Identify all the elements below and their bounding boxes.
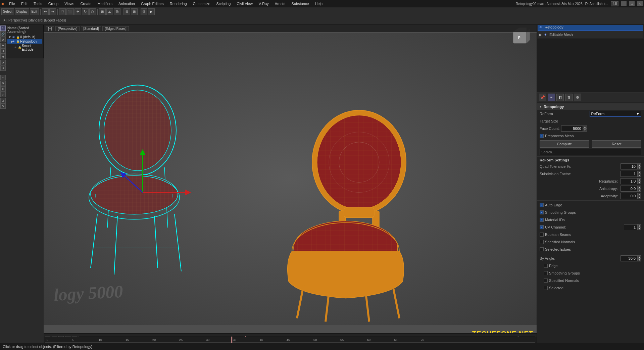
smoothing-groups-2-checkbox[interactable] xyxy=(544,271,548,275)
edit-button[interactable]: Edit xyxy=(30,8,39,15)
render-setup-button[interactable]: ⚙ xyxy=(141,8,147,15)
hierarchy-button[interactable]: H xyxy=(0,48,6,54)
select-tool-button[interactable]: ↖ xyxy=(0,26,6,31)
menu-vray[interactable]: V-Ray xyxy=(256,1,271,6)
face-count-input[interactable] xyxy=(561,126,583,132)
select-button[interactable]: Select xyxy=(1,8,14,15)
subdiv-down[interactable]: ▼ xyxy=(637,174,641,177)
workspace-dropdown[interactable]: full xyxy=(611,1,618,6)
tree-item-smart-extrude[interactable]: 👁 🔒 Smart Extrude xyxy=(7,44,42,52)
by-angle-input[interactable] xyxy=(621,255,637,261)
3d-viewport[interactable]: logy 5000 xyxy=(44,25,537,333)
retopology-section-header[interactable]: ▼ Retopology xyxy=(537,103,644,110)
adaptivity-up[interactable]: ▲ xyxy=(637,193,641,196)
menu-substance[interactable]: Substance xyxy=(289,1,312,6)
menu-group[interactable]: Group xyxy=(46,1,61,6)
minimize-button[interactable]: — xyxy=(621,1,627,6)
reset-button[interactable]: Reset xyxy=(592,140,642,148)
align-button[interactable]: ⊞ xyxy=(131,8,138,15)
face-count-down-button[interactable]: ▼ xyxy=(583,129,587,132)
menu-edit[interactable]: Edit xyxy=(18,1,30,6)
viewport-tag-standard[interactable]: [Standard] xyxy=(81,26,101,31)
tree-lock-retopology[interactable]: 🔒 xyxy=(16,40,19,43)
quad-tol-down[interactable]: ▼ xyxy=(637,166,641,169)
uv-channel-input[interactable] xyxy=(624,224,637,230)
rotate-button[interactable]: ↻ xyxy=(82,8,89,15)
menu-arnold[interactable]: Arnold xyxy=(272,1,288,6)
display-panel-button2[interactable]: ◻ xyxy=(0,98,6,103)
adaptivity-input[interactable] xyxy=(621,193,637,199)
quad-tol-input[interactable] xyxy=(621,163,637,169)
menu-help[interactable]: Help xyxy=(312,1,326,6)
smoothing-groups-checkbox[interactable]: ✓ xyxy=(540,210,544,214)
mod-eye-retopology[interactable]: 👁 xyxy=(539,26,543,29)
menu-civil-view[interactable]: Civil View xyxy=(234,1,255,6)
regularize-down[interactable]: ▼ xyxy=(637,181,641,184)
by-angle-up[interactable]: ▲ xyxy=(637,255,641,258)
angle-snap-button[interactable]: ∠ xyxy=(106,8,113,15)
select-region-button[interactable]: ⬛ xyxy=(66,8,74,15)
anisotropy-up[interactable]: ▲ xyxy=(637,186,641,189)
move-button[interactable]: ✛ xyxy=(75,8,81,15)
mirror-button[interactable]: ⊟ xyxy=(123,8,130,15)
modify-panel-button[interactable]: ⚙ xyxy=(0,81,6,86)
quad-tol-up[interactable]: ▲ xyxy=(637,163,641,166)
percent-snap-button[interactable]: % xyxy=(114,8,120,15)
show-end-result-button[interactable]: ≡ xyxy=(548,94,555,101)
boolean-seams-checkbox[interactable] xyxy=(540,233,544,237)
scale-button[interactable]: ⬡ xyxy=(89,8,96,15)
close-button[interactable]: ✕ xyxy=(637,1,643,6)
retopology-search-input[interactable] xyxy=(540,149,641,155)
anisotropy-input[interactable] xyxy=(621,186,637,192)
redo-button[interactable]: ↪ xyxy=(49,8,56,15)
by-angle-down[interactable]: ▼ xyxy=(637,258,641,261)
regularize-input[interactable] xyxy=(621,178,637,184)
create-panel-button[interactable]: + xyxy=(0,75,6,80)
display-button[interactable]: Display xyxy=(15,8,29,15)
tree-vis-smart[interactable]: 👁 xyxy=(14,46,17,49)
menu-graph-editors[interactable]: Graph Editors xyxy=(138,1,166,6)
regularize-up[interactable]: ▲ xyxy=(637,178,641,181)
menu-rendering[interactable]: Rendering xyxy=(167,1,190,6)
tree-lock-0[interactable]: 🔒 xyxy=(16,36,19,39)
selected-edges-checkbox[interactable] xyxy=(540,247,544,251)
uv-channel-checkbox[interactable]: ✓ xyxy=(540,225,544,229)
mod-eye-mesh[interactable]: 👁 xyxy=(544,33,548,37)
display-panel-button[interactable]: D xyxy=(0,60,6,65)
subdiv-input[interactable] xyxy=(621,171,637,177)
tree-vis-retopology[interactable]: 👁 xyxy=(12,40,15,43)
menu-views[interactable]: Views xyxy=(62,1,77,6)
auto-edge-checkbox[interactable]: ✓ xyxy=(540,203,544,207)
menu-animation[interactable]: Animation xyxy=(116,1,138,6)
utilities-button[interactable]: U xyxy=(0,65,6,71)
viewport-tag-edged-faces[interactable]: [Edged Faces] xyxy=(102,26,129,31)
undo-button[interactable]: ↩ xyxy=(42,8,49,15)
motion-panel-button[interactable]: ▷ xyxy=(0,92,6,97)
tree-lock-smart[interactable]: 🔒 xyxy=(18,46,21,49)
anisotropy-down[interactable]: ▼ xyxy=(637,189,641,192)
menu-customize[interactable]: Customize xyxy=(190,1,213,6)
pin-modifier-button[interactable]: 📌 xyxy=(539,94,546,101)
compute-button[interactable]: Compute xyxy=(540,140,589,148)
face-count-up-button[interactable]: ▲ xyxy=(583,126,587,129)
reform-dropdown[interactable]: ReForm ▼ xyxy=(590,111,642,117)
tree-item-0-default[interactable]: ▼ 👁 🔒 0 (default) xyxy=(7,35,42,39)
preprocess-checkbox[interactable]: ✓ xyxy=(540,134,544,138)
utility-panel-button[interactable]: ⊙ xyxy=(0,103,6,109)
link-tool-button[interactable]: 🔗 xyxy=(0,31,6,37)
hierarchy-panel-button[interactable]: ≡ xyxy=(0,86,6,92)
make-unique-button[interactable]: ◧ xyxy=(556,94,564,101)
tree-item-retopology[interactable]: ▶ 👁 🔒 Retopology xyxy=(7,39,42,44)
adaptivity-down[interactable]: ▼ xyxy=(637,196,641,199)
tree-vis-0[interactable]: 👁 xyxy=(12,36,15,39)
viewport-tag-perspective[interactable]: [Perspective] xyxy=(55,26,80,31)
bind-tool-button[interactable]: ⊕ xyxy=(0,43,6,48)
unlink-tool-button[interactable]: ⊖ xyxy=(0,37,6,42)
configure-modifier-button[interactable]: ⚙ xyxy=(574,94,581,101)
render-button[interactable]: ▶ xyxy=(148,8,155,15)
snap-button[interactable]: ⊞ xyxy=(99,8,106,15)
uv-channel-down[interactable]: ▼ xyxy=(637,227,641,230)
modifier-editable-mesh[interactable]: ▶ 👁 Editable Mesh xyxy=(538,31,643,38)
menu-file[interactable]: File xyxy=(6,1,18,6)
menu-modifiers[interactable]: Modifiers xyxy=(95,1,115,6)
